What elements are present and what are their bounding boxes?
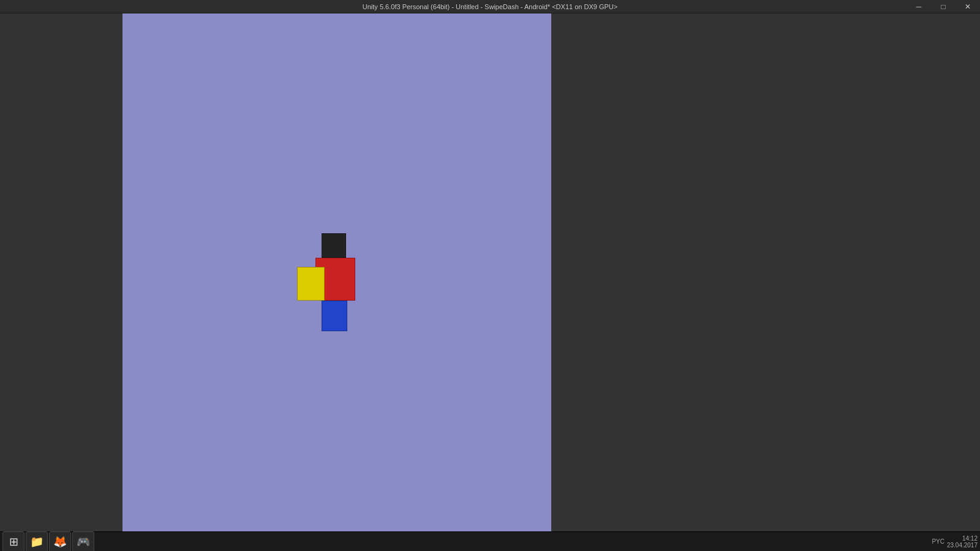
firefox-icon: 🦊 (53, 535, 67, 549)
cube-blue (322, 301, 347, 331)
taskbar-time: 14:12 23.04.2017 (947, 535, 978, 549)
scene-area: Scene Animator Asset Store Shaded ▾ 2D ☀… (0, 47, 429, 536)
game-cross-shape (297, 233, 377, 331)
cube-black (322, 233, 346, 258)
taskbar-right: PYC 14:12 23.04.2017 (932, 535, 978, 549)
game-viewport (0, 13, 980, 551)
maximize-button[interactable]: □ (931, 0, 956, 13)
taskbar-explorer-btn[interactable]: 📁 (26, 531, 48, 552)
unity-icon: 🎮 (77, 535, 90, 549)
taskbar-lang: PYC (932, 538, 944, 545)
title-bar: Unity 5.6.0f3 Personal (64bit) - Untitle… (0, 0, 980, 13)
taskbar: ⊞ 📁 🦊 🎮 PYC 14:12 23.04.2017 (0, 531, 980, 551)
windows-icon: ⊞ (9, 535, 18, 549)
game-left-strip (0, 13, 123, 551)
cube-yellow (297, 267, 325, 301)
game-center (123, 13, 551, 551)
taskbar-start-btn[interactable]: ⊞ (2, 531, 24, 552)
taskbar-time-value: 14:12 (947, 535, 978, 542)
main-layout: Scene Animator Asset Store Shaded ▾ 2D ☀… (0, 47, 980, 536)
taskbar-date-value: 23.04.2017 (947, 542, 978, 549)
close-button[interactable]: ✕ (956, 0, 980, 13)
window-controls: ─ □ ✕ (907, 0, 980, 13)
minimize-button[interactable]: ─ (907, 0, 931, 13)
game-right-strip (551, 13, 980, 551)
taskbar-firefox-btn[interactable]: 🦊 (49, 531, 71, 552)
explorer-icon: 📁 (30, 535, 43, 549)
title-text: Unity 5.6.0f3 Personal (64bit) - Untitle… (363, 3, 617, 10)
taskbar-unity-btn[interactable]: 🎮 (72, 531, 94, 552)
